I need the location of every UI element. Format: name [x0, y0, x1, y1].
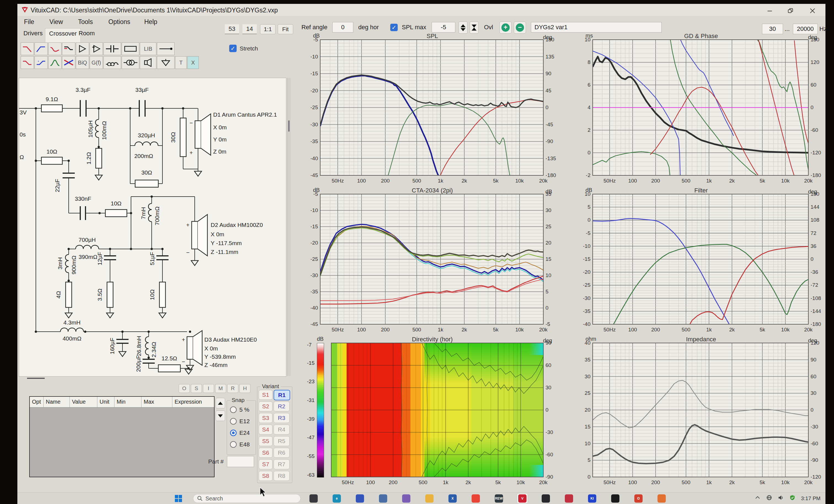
overlay-remove-button[interactable]: −: [514, 22, 526, 34]
mode-h-button[interactable]: H: [239, 384, 250, 393]
row-up-button[interactable]: [216, 398, 225, 408]
snap-5pct-radio[interactable]: 5 %: [230, 407, 249, 413]
spl-plot[interactable]: -5-10-15-20-25-30-35-40-4518013590450-45…: [305, 32, 560, 185]
directivity-plot[interactable]: 9060300-30-60-9050Hz1002005001k2k5k10k20…: [305, 336, 560, 487]
people-app-icon[interactable]: [401, 494, 412, 503]
vituixcad-icon[interactable]: V: [517, 493, 528, 504]
tab-drivers[interactable]: Drivers: [20, 28, 47, 42]
gd-plot[interactable]: 1086420-2180120600-60-120-18050Hz1002005…: [577, 32, 825, 185]
autoscale-button[interactable]: [470, 22, 479, 34]
toolbar-lowpass-button[interactable]: [21, 42, 34, 55]
col-value[interactable]: Value: [70, 397, 97, 407]
toolbar-notch-button[interactable]: [62, 56, 75, 69]
menu-tools[interactable]: Tools: [76, 18, 95, 26]
variant-s4-button[interactable]: S4: [259, 424, 272, 435]
toolbar-ground-button[interactable]: [157, 56, 175, 69]
toolbar-highpass-button[interactable]: [35, 42, 48, 55]
schematic-canvas[interactable]: 3V 0s Ω 9.1Ω 3.3µF 105µH 100mΩ 1.2Ω 33µF…: [19, 78, 286, 377]
toolbar-wire-button[interactable]: [157, 42, 175, 55]
variant-s8-button[interactable]: S8: [259, 471, 272, 481]
toolbar-lowshelf2-button[interactable]: [21, 56, 34, 69]
tab-room[interactable]: Room: [75, 28, 99, 42]
parameter-table[interactable]: Opt Name Value Unit Min Max Expression: [29, 396, 215, 477]
toolbar-transformer-button[interactable]: [122, 56, 139, 69]
files-dark-icon[interactable]: [308, 494, 319, 503]
chrome-icon[interactable]: [470, 494, 481, 503]
opera-icon[interactable]: O: [633, 494, 644, 503]
snap-e24-radio[interactable]: E24: [230, 430, 249, 436]
restore-button[interactable]: [784, 6, 796, 16]
spl-max-spinner[interactable]: [459, 22, 467, 34]
rew-icon[interactable]: REW: [494, 494, 504, 503]
mode-m-button[interactable]: M: [215, 384, 226, 393]
zoom-fit-button[interactable]: Fit: [278, 24, 293, 34]
menu-options[interactable]: Options: [106, 18, 132, 26]
title-bar[interactable]: VituixCAD: C:\Users\sixth\OneDrive\Docum…: [17, 4, 826, 16]
feather-app-icon[interactable]: [541, 494, 551, 503]
toolbar-peak-button[interactable]: [48, 56, 62, 69]
toolbar-library-button[interactable]: LIB: [140, 42, 156, 55]
toolbar-text-button[interactable]: T: [175, 56, 187, 69]
mode-s-button[interactable]: S: [191, 384, 202, 393]
col-max[interactable]: Max: [141, 397, 172, 407]
menu-file[interactable]: File: [22, 18, 37, 26]
toolbar-highshelf-button[interactable]: [35, 56, 48, 69]
variant-s5-button[interactable]: S5: [259, 436, 272, 446]
teams-icon[interactable]: [355, 494, 365, 503]
col-min[interactable]: Min: [114, 397, 141, 407]
display-app-icon[interactable]: [378, 494, 388, 503]
row-down-button[interactable]: [216, 411, 225, 421]
schematic-vscrollbar[interactable]: [287, 78, 291, 376]
ref-angle-input[interactable]: 0: [332, 22, 353, 32]
search-box[interactable]: Search: [193, 494, 301, 503]
variant-r4-button[interactable]: R4: [273, 424, 290, 435]
mode-o-button[interactable]: O: [179, 384, 190, 393]
impedance-plot[interactable]: 40353025201510501209060300-30-60-90-1205…: [577, 336, 825, 487]
variant-r7-button[interactable]: R7: [273, 459, 290, 469]
toolbar-opamp-button[interactable]: [90, 42, 103, 55]
menu-help[interactable]: Help: [142, 18, 159, 26]
variant-s6-button[interactable]: S6: [259, 448, 272, 458]
variant-r1-button[interactable]: R1: [273, 390, 290, 400]
snap-e12-radio[interactable]: E12: [230, 418, 249, 424]
system-tray[interactable]: [755, 495, 795, 500]
variant-r5-button[interactable]: R5: [273, 436, 290, 446]
filter-plot[interactable]: 1050-5-10-15-20-25-30-35-401801441087236…: [577, 187, 825, 334]
variant-r2-button[interactable]: R2: [273, 401, 290, 411]
variant-s7-button[interactable]: S7: [259, 459, 272, 469]
toolbar-capacitor-button[interactable]: [104, 42, 121, 55]
minimize-button[interactable]: [764, 6, 776, 16]
variant-s3-button[interactable]: S3: [259, 413, 272, 423]
ki-app-icon[interactable]: KI: [587, 494, 597, 503]
close-button[interactable]: [807, 6, 818, 16]
spl-max-input[interactable]: -5: [432, 22, 455, 32]
zoom-1to1-button[interactable]: 1:1: [260, 24, 276, 34]
toolbar-shelf-button[interactable]: [62, 42, 75, 55]
menu-view[interactable]: View: [47, 18, 65, 26]
variant-s2-button[interactable]: S2: [259, 401, 272, 411]
part-number-input[interactable]: [227, 456, 254, 467]
overlay-add-button[interactable]: +: [500, 22, 511, 34]
start-button[interactable]: [175, 495, 183, 502]
firefox-icon[interactable]: [656, 494, 667, 503]
toolbar-biquad-button[interactable]: BiQ: [76, 56, 89, 69]
cta-plot[interactable]: -5-10-15-20-25-30-35-40-4535302520151050…: [305, 187, 560, 334]
variant-r8-button[interactable]: R8: [273, 471, 290, 481]
variant-r3-button[interactable]: R3: [273, 413, 290, 423]
col-name[interactable]: Name: [44, 397, 70, 407]
toolbar-inductor-button[interactable]: [104, 56, 121, 69]
toolbar-speaker-button[interactable]: [140, 56, 156, 69]
stretch-checkbox[interactable]: ✓: [229, 45, 237, 52]
variant-name-input[interactable]: DYGs2 var1: [531, 22, 662, 32]
mode-r-button[interactable]: R: [227, 384, 238, 393]
variant-s1-button[interactable]: S1: [259, 390, 272, 400]
taskbar-clock[interactable]: 3:17 PM: [801, 496, 820, 502]
schematic-hscrollbar[interactable]: [27, 378, 45, 379]
rta-app-icon[interactable]: [610, 494, 620, 503]
mode-i-button[interactable]: I: [203, 384, 214, 393]
edge-browser-icon[interactable]: e: [331, 494, 342, 503]
toolbar-lowshelf-button[interactable]: [48, 42, 62, 55]
toolbar-gain-block-button[interactable]: G(f): [90, 56, 103, 69]
col-unit[interactable]: Unit: [97, 397, 114, 407]
toolbar-buffer-button[interactable]: [76, 42, 89, 55]
